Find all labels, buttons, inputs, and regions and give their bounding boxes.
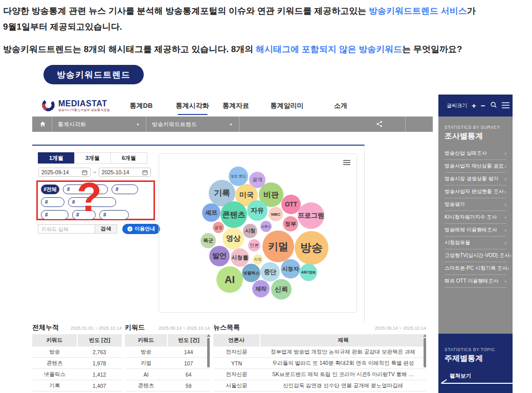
font-decrease-button[interactable]: − — [481, 102, 485, 109]
table-row: 키멀107 — [125, 358, 210, 369]
wordcloud-bubble[interactable]: 중단 — [260, 262, 280, 282]
intro-line-3: 방송키워드트렌드는 8개의 해시태그를 제공하고 있습니다. 8개의 해시태그에… — [3, 41, 530, 57]
sidebar-item[interactable]: 방송시장 경쟁상황 평가› — [445, 173, 506, 186]
wordcloud-bubble[interactable]: 손흥민 — [260, 221, 272, 232]
table-row[interactable]: 전자신문SK브로드밴드 제작 트립 인 코리아 시즌5 아리랑TV 통해 … — [213, 369, 426, 380]
breadcrumb-dropdown-level1[interactable]: 통계시각화▼ — [58, 117, 140, 132]
table-row: 콘텐츠59 — [125, 380, 210, 391]
column-header: 키워드 — [125, 334, 167, 346]
period-tab-2[interactable]: 6개월 — [110, 152, 147, 164]
date-from-input[interactable]: 2025-09-14 — [38, 168, 91, 177]
guide-button[interactable]: i 이용안내 — [122, 224, 160, 234]
wordcloud-bubble[interactable]: 지역 — [253, 255, 263, 265]
table-cell: 1,978 — [77, 358, 122, 369]
sidebar-item[interactable]: 스마트폰·PC 시청기록 조사› — [445, 262, 506, 275]
hashtag-chip-masked[interactable]: # — [99, 210, 129, 220]
wordcloud-bubble[interactable]: 신뢰 — [271, 279, 292, 299]
menu-title: 조사별통계 — [445, 131, 506, 141]
sidebar-item[interactable]: 고정형TV(실시간·VOD) 조사› — [445, 249, 506, 262]
date-range: 2025-09-14 ~ 2025-10-14 — [38, 168, 151, 177]
hashtag-chip-masked[interactable]: # — [63, 184, 108, 194]
home-icon[interactable] — [39, 121, 46, 128]
wordcloud-bubble[interactable]: 넷플릭스 — [242, 264, 260, 282]
share-icon[interactable] — [376, 121, 383, 128]
table-cell: 우리들의 발라드 또 140분 확대2회 연속 이례적인 특별 편성 — [260, 358, 426, 369]
column-header: 빈도 [건] — [77, 334, 122, 346]
wordcloud-bubble[interactable]: 결정 — [213, 222, 224, 233]
expand-button[interactable]: 펼쳐보기 — [450, 373, 471, 380]
wordcloud-bubble[interactable]: 언론 — [248, 239, 260, 251]
wordcloud-bubble[interactable]: 셰프 — [202, 203, 220, 222]
hashtag-highlight-box: #전체#######? — [36, 180, 155, 220]
hashtag-chip-masked[interactable]: # — [72, 210, 96, 220]
search-button[interactable]: 검색 — [95, 224, 117, 234]
search-icon[interactable] — [490, 101, 497, 110]
table-row[interactable]: 전자신문정부업계 방송법 개정안 논의규제 완화 공감대 보완책은 과제 — [213, 346, 426, 358]
sidebar-item[interactable]: 방송사업자 편성현황 조사› — [445, 186, 506, 198]
chevron-right-icon: › — [504, 211, 506, 223]
hashtag-chip-masked[interactable]: # — [68, 197, 116, 207]
wordcloud-bubble[interactable]: 정부 — [283, 216, 298, 232]
sidebar-item[interactable]: 시청점유율› — [445, 237, 506, 249]
font-size-label: 글씨크기 — [447, 102, 467, 109]
wordcloud-bubble[interactable]: 시청 — [243, 224, 257, 238]
hashtag-chip-masked[interactable]: # — [41, 197, 64, 207]
table-row[interactable]: 서울신문신인감독 김연경 선수단 연봉 공개에 분노얼마길래 — [213, 380, 426, 391]
chevron-right-icon: › — [507, 262, 509, 274]
logo-swirl-icon — [41, 98, 55, 114]
hashtag-chip-masked[interactable]: # — [41, 210, 69, 220]
wordcloud-bubble[interactable]: 자유 — [247, 200, 268, 221]
nav-item-4[interactable]: 소개 — [334, 101, 347, 110]
mediastat-logo[interactable]: MEDIASTAT 방송미디어통신위원회 방송통계포털 — [41, 98, 110, 114]
table-cell: 파이낸셜뉴스 — [213, 391, 260, 393]
nav-item-3[interactable]: 통계알리미 — [271, 101, 304, 110]
breadcrumb-dropdown-level2[interactable]: 방송키워드트렌드▼ — [152, 117, 233, 132]
table-row[interactable]: 파이낸셜뉴스트립 인 코리아 시즌5 케이블 제작 프로그램 최초 아리랑TV… — [213, 391, 426, 393]
table-cell: 64 — [167, 369, 210, 380]
hashtag-chip-masked[interactable]: # — [112, 184, 138, 194]
wordcloud-bubble[interactable]: MBC — [269, 207, 283, 221]
menu-eyebrow: STATISTICS BY TOPIC — [445, 347, 506, 352]
scrollbar[interactable] — [207, 334, 210, 388]
sidebar-item[interactable]: 방송평가› — [445, 198, 506, 211]
nav-item-0[interactable]: 통계DB — [130, 101, 153, 110]
wordcloud-bubble[interactable]: 영상 — [223, 228, 244, 249]
hamburger-menu-icon[interactable] — [502, 101, 509, 110]
sidebar-item[interactable]: 방송사업자 재산상황 공표› — [445, 160, 506, 173]
period-tab-1[interactable]: 3개월 — [74, 152, 111, 164]
wordcloud-bubble[interactable]: 폭군 — [201, 233, 216, 248]
keyword-input[interactable] — [38, 224, 95, 234]
table-cell: AI — [32, 391, 77, 393]
font-increase-button[interactable]: + — [472, 102, 476, 109]
wordcloud-bubble[interactable]: 발언 — [209, 246, 230, 266]
wordcloud-bubble[interactable]: ABC방송 — [300, 264, 317, 281]
table-row[interactable]: YTN우리들의 발라드 또 140분 확대2회 연속 이례적인 특별 편성 — [213, 358, 426, 369]
wordcloud-bubble[interactable]: 시청률 — [231, 248, 249, 267]
wordcloud-bubble[interactable]: 시청자 — [281, 259, 300, 279]
table-title: 뉴스목록 — [213, 323, 240, 332]
table-cell: 정부업계 방송법 개정안 논의규제 완화 공감대 보완책은 과제 — [260, 346, 426, 358]
sidebar-item[interactable]: KI시청자평가지수 조사› — [445, 211, 506, 224]
nav-item-1[interactable]: 통계시각화 — [176, 101, 209, 110]
nav-item-2[interactable]: 통계자료 — [223, 101, 249, 110]
period-tab-0[interactable]: 1개월 — [38, 152, 75, 164]
menu-title: 주제별통계 — [445, 354, 506, 363]
table-period: 2025.01.01 ~ 2025.10.14 — [71, 326, 122, 331]
keyword-search-row: 검색 i 이용안내 — [38, 224, 160, 234]
wordcloud-bubble[interactable]: 방송 — [295, 231, 328, 265]
wordcloud-bubble[interactable]: 방송 중단 — [229, 167, 248, 186]
sidebar-item[interactable]: 방송매체 이용행태조사› — [445, 224, 506, 237]
table-cell: 59 — [167, 380, 210, 391]
sidebar-item[interactable]: 방송산업 실태조사› — [445, 147, 506, 160]
date-to-input[interactable]: 2025-10-14 — [99, 168, 151, 177]
wordcloud-bubble[interactable]: 프로그램 — [298, 202, 324, 229]
wordcloud-bubble[interactable]: 키멀 — [262, 230, 294, 262]
sidebar-item[interactable]: 해외 OTT 이용행태조사› — [445, 275, 506, 288]
wordcloud-bubble[interactable]: 콘텐츠 — [220, 201, 247, 228]
wordcloud-bubble[interactable]: AI — [216, 266, 243, 293]
wordcloud-bubble[interactable]: 제작 — [252, 280, 270, 297]
scrollbar[interactable] — [424, 334, 426, 388]
table-cell: 서울신문 — [213, 380, 260, 391]
hashtag-all-chip[interactable]: #전체 — [41, 184, 59, 194]
chart-menu-icon[interactable] — [343, 160, 350, 166]
